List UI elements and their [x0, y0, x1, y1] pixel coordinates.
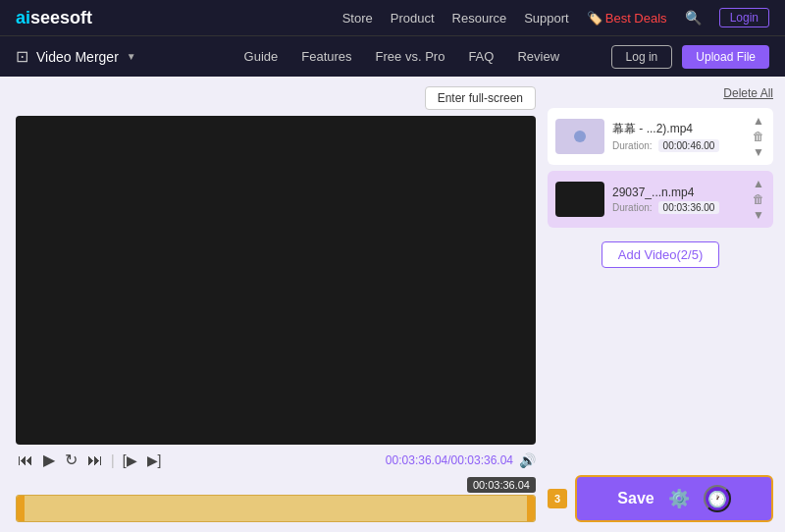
file-name: 幕幕 - ...2).mp4	[612, 121, 720, 137]
seek-thumb-left[interactable]	[17, 496, 25, 521]
app-nav-right: Log in Upload File	[611, 45, 769, 69]
review-link[interactable]: Review	[517, 49, 559, 64]
guide-link[interactable]: Guide	[244, 49, 279, 64]
login-button[interactable]: Login	[719, 8, 769, 27]
divider: |	[111, 452, 115, 468]
support-link[interactable]: Support	[524, 11, 569, 26]
features-link[interactable]: Features	[301, 49, 351, 64]
step-section: 3 Save ⚙️ 🕐	[548, 475, 773, 522]
file-actions: ▲ 🗑 ▼	[752, 114, 765, 159]
delete-all-button[interactable]: Delete All	[723, 86, 773, 100]
seek-bar[interactable]	[16, 495, 536, 522]
file-info: 幕幕 - ...2).mp4 Duration: 00:00:46.00	[612, 121, 744, 152]
move-down-button[interactable]: ▼	[752, 145, 765, 159]
resource-link[interactable]: Resource	[452, 11, 507, 26]
file-thumbnail	[555, 119, 604, 154]
add-video-button[interactable]: Add Video(2/5)	[602, 241, 720, 268]
file-name: 29037_...n.mp4	[612, 186, 720, 199]
main-content: Enter full-screen ⏮ ▶ ↻ ⏭ | [▶ ▶] 00:03:…	[0, 77, 785, 532]
store-link[interactable]: Store	[342, 11, 373, 26]
app-title: Video Merger	[36, 49, 119, 65]
play-button[interactable]: ▶	[41, 451, 57, 469]
delete-all-row: Delete All	[548, 86, 773, 100]
time-badge: 00:03:36.04	[467, 477, 536, 493]
app-nav-left: ⊡ Video Merger ▼	[16, 47, 192, 66]
logo: aiseesoft	[16, 8, 92, 28]
controls-bar: ⏮ ▶ ↻ ⏭ | [▶ ▶] 00:03:36.04/00:03:36.04 …	[16, 451, 536, 469]
time-display: 00:03:36.04/00:03:36.04	[386, 453, 513, 467]
duration-value: 00:00:46.00	[658, 139, 720, 152]
seek-thumb-right[interactable]	[527, 496, 535, 521]
best-deals-button[interactable]: 🏷️ Best Deals	[587, 11, 667, 26]
free-vs-pro-link[interactable]: Free vs. Pro	[376, 49, 445, 64]
file-item: 29037_...n.mp4 Duration: 00:03:36.00 ▲ 🗑…	[548, 171, 773, 228]
move-down-button[interactable]: ▼	[752, 208, 765, 222]
right-panel: Delete All 幕幕 - ...2).mp4 Duration: 00:0…	[548, 86, 773, 522]
app-nav-links: Guide Features Free vs. Pro FAQ Review	[192, 49, 611, 64]
file-list: 幕幕 - ...2).mp4 Duration: 00:00:46.00 ▲ 🗑…	[548, 108, 773, 228]
video-player	[16, 116, 536, 445]
search-icon[interactable]: 🔍	[685, 10, 702, 26]
settings-button[interactable]: ⚙️	[668, 488, 690, 509]
save-label: Save	[617, 490, 654, 507]
move-up-button[interactable]: ▲	[752, 114, 765, 128]
rewind-button[interactable]: ⏮	[16, 452, 35, 469]
app-nav: ⊡ Video Merger ▼ Guide Features Free vs.…	[0, 35, 785, 77]
forward-button[interactable]: ⏭	[85, 452, 105, 469]
file-actions: ▲ 🗑 ▼	[752, 177, 765, 222]
move-up-button[interactable]: ▲	[752, 177, 765, 190]
time-total: /00:03:36.04	[447, 453, 513, 467]
file-duration: Duration: 00:00:46.00	[612, 139, 744, 152]
gear-icon: ⚙️	[668, 489, 690, 508]
volume-icon[interactable]: 🔊	[519, 452, 536, 468]
file-item: 幕幕 - ...2).mp4 Duration: 00:00:46.00 ▲ 🗑…	[548, 108, 773, 165]
dropdown-arrow-icon[interactable]: ▼	[127, 51, 136, 62]
faq-link[interactable]: FAQ	[468, 49, 494, 64]
delete-file-button[interactable]: 🗑	[752, 130, 765, 143]
duration-label: Duration:	[612, 140, 653, 151]
file-thumbnail	[555, 182, 604, 217]
thumb-dot	[574, 131, 586, 142]
step-badge: 3	[548, 489, 567, 508]
top-nav: aiseesoft Store Product Resource Support…	[0, 0, 785, 35]
duration-label: Duration:	[612, 202, 653, 213]
top-nav-links: Store Product Resource Support 🏷️ Best D…	[342, 8, 769, 27]
clock-icon: 🕐	[707, 490, 727, 508]
save-bar: Save ⚙️ 🕐	[575, 475, 773, 522]
history-button[interactable]: 🕐	[704, 485, 731, 512]
duration-value: 00:03:36.00	[658, 201, 720, 214]
time-container: 00:03:36.04/00:03:36.04 🔊	[386, 452, 536, 468]
file-duration: Duration: 00:03:36.00	[612, 201, 744, 214]
bracket-right-button[interactable]: ▶]	[145, 452, 164, 468]
delete-file-button[interactable]: 🗑	[752, 192, 765, 206]
upload-file-button[interactable]: Upload File	[682, 45, 769, 69]
time-current: 00:03:36.04	[386, 453, 447, 467]
loop-button[interactable]: ↻	[63, 451, 79, 469]
bracket-left-button[interactable]: [▶	[121, 452, 139, 468]
app-icon: ⊡	[16, 47, 28, 66]
file-info: 29037_...n.mp4 Duration: 00:03:36.00	[612, 186, 744, 214]
logo-text: aiseesoft	[16, 8, 92, 28]
full-screen-button[interactable]: Enter full-screen	[425, 86, 536, 110]
app-login-button[interactable]: Log in	[611, 45, 673, 69]
left-panel: Enter full-screen ⏮ ▶ ↻ ⏭ | [▶ ▶] 00:03:…	[16, 86, 536, 522]
product-link[interactable]: Product	[391, 11, 435, 26]
